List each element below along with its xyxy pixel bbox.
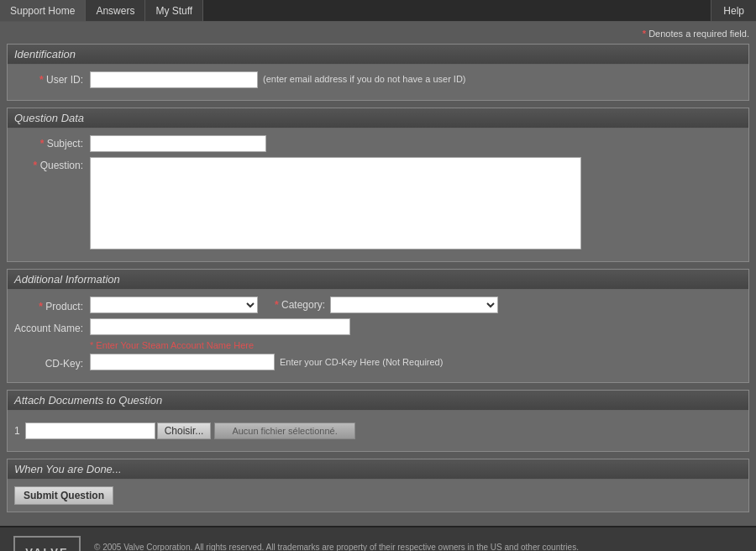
attach-header: Attach Documents to Question bbox=[8, 391, 748, 411]
identification-body: * User ID: (enter email address if you d… bbox=[8, 65, 748, 100]
additional-info-body: * Product: * Category: Account Name: bbox=[8, 290, 748, 382]
cdkey-hint: Enter your CD-Key Here (Not Required) bbox=[275, 357, 443, 367]
user-id-hint: (enter email address if you do not have … bbox=[258, 71, 466, 84]
attach-number: 1 bbox=[14, 425, 20, 437]
question-data-section: Question Data * Subject: * Question: bbox=[7, 108, 749, 262]
choose-file-button[interactable]: Choisir... bbox=[157, 422, 212, 439]
question-row: * Question: bbox=[14, 157, 742, 249]
product-label: * Product: bbox=[14, 298, 90, 312]
cdkey-input[interactable] bbox=[90, 354, 275, 370]
required-field-note: * Denotes a required field. bbox=[7, 29, 749, 39]
footer: VALVE © 2005 Valve Corporation. All righ… bbox=[0, 526, 756, 551]
account-name-row: Account Name: bbox=[14, 318, 742, 335]
product-category-row: * Product: * Category: bbox=[14, 296, 742, 313]
top-navigation: Support Home Answers My Stuff Help bbox=[0, 0, 756, 22]
when-done-header: When You are Done... bbox=[8, 459, 748, 480]
required-star: * bbox=[643, 29, 646, 39]
attach-body: 1 Choisir... Aucun fichier sélectionné. bbox=[8, 411, 748, 451]
valve-logo: VALVE bbox=[13, 536, 81, 551]
cdkey-row: CD-Key: Enter your CD-Key Here (Not Requ… bbox=[14, 354, 742, 370]
when-done-section: When You are Done... Submit Question bbox=[7, 459, 749, 512]
nav-support-home[interactable]: Support Home bbox=[0, 0, 86, 21]
question-label: * Question: bbox=[14, 157, 90, 171]
account-name-label: Account Name: bbox=[14, 320, 90, 334]
subject-input[interactable] bbox=[90, 135, 266, 152]
file-input-box bbox=[25, 422, 155, 439]
footer-text: © 2005 Valve Corporation. All rights res… bbox=[94, 543, 579, 551]
main-content: * Denotes a required field. Identificati… bbox=[0, 22, 756, 526]
nav-my-stuff[interactable]: My Stuff bbox=[145, 0, 203, 21]
account-name-input[interactable] bbox=[90, 318, 350, 335]
attach-row: 1 Choisir... Aucun fichier sélectionné. bbox=[14, 422, 742, 439]
when-done-body: Submit Question bbox=[8, 480, 748, 512]
nav-answers[interactable]: Answers bbox=[86, 0, 145, 21]
additional-info-header: Additional Information bbox=[8, 270, 748, 290]
question-data-header: Question Data bbox=[8, 108, 748, 129]
question-textarea[interactable] bbox=[90, 157, 581, 249]
question-data-body: * Subject: * Question: bbox=[8, 129, 748, 261]
user-id-row: * User ID: (enter email address if you d… bbox=[14, 71, 742, 88]
additional-info-section: Additional Information * Product: * Cate… bbox=[7, 269, 749, 383]
cdkey-label: CD-Key: bbox=[14, 355, 90, 370]
account-name-hint: * Enter Your Steam Account Name Here bbox=[90, 340, 742, 350]
user-id-label: * User ID: bbox=[14, 71, 90, 86]
valve-logo-text: VALVE bbox=[25, 546, 68, 552]
attach-section: Attach Documents to Question 1 Choisir..… bbox=[7, 390, 749, 452]
product-select[interactable] bbox=[90, 296, 258, 313]
subject-label: * Subject: bbox=[14, 135, 90, 150]
user-id-input[interactable] bbox=[90, 71, 258, 88]
identification-section: Identification * User ID: (enter email a… bbox=[7, 44, 749, 101]
submit-question-button[interactable]: Submit Question bbox=[14, 486, 113, 505]
identification-header: Identification bbox=[8, 45, 748, 65]
category-select[interactable] bbox=[330, 296, 498, 313]
subject-row: * Subject: bbox=[14, 135, 742, 152]
nav-help[interactable]: Help bbox=[711, 0, 756, 21]
no-file-selected-button: Aucun fichier sélectionné. bbox=[214, 422, 354, 439]
category-label: * Category: bbox=[275, 299, 325, 311]
